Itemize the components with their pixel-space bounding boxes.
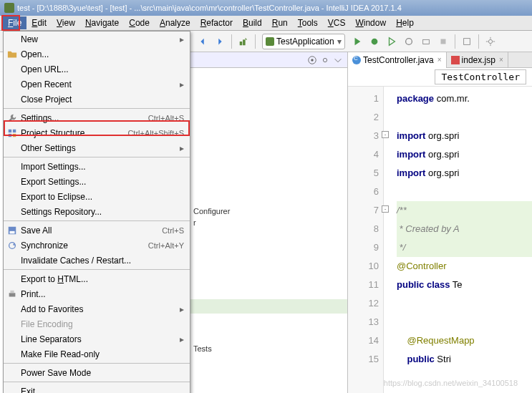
menu-item-synchronize[interactable]: SynchronizeCtrl+Alt+Y (4, 238, 190, 253)
run-configuration-selector[interactable]: TestApplication ▾ (262, 34, 345, 49)
menu-help[interactable]: Help (391, 16, 419, 29)
jsp-file-icon (451, 56, 460, 64)
svg-rect-4 (422, 39, 429, 44)
structure-pane[interactable]: Configurer r Tests (190, 52, 348, 393)
gutter: 123-4567-89101112131415 (348, 87, 384, 393)
editor-tab-TestController-java[interactable]: TestController.java× (348, 52, 447, 68)
svg-rect-0 (240, 42, 243, 45)
menu-item-open-recent[interactable]: Open Recent▸ (4, 77, 190, 92)
menu-refactor[interactable]: Refactor (195, 16, 238, 29)
menu-view[interactable]: View (52, 16, 80, 29)
menu-run[interactable]: Run (267, 16, 293, 29)
menu-window[interactable]: Window (350, 16, 391, 29)
save-icon (6, 225, 18, 236)
menu-navigate[interactable]: Navigate (80, 16, 124, 29)
menu-item-new[interactable]: New▸ (4, 31, 190, 47)
coverage-button[interactable] (384, 34, 400, 49)
menu-item-other-settings[interactable]: Other Settings▸ (4, 140, 190, 155)
svg-rect-8 (9, 129, 11, 132)
structure-icon (6, 127, 18, 139)
menu-item-import-settings[interactable]: Import Settings... (4, 159, 190, 174)
menu-build[interactable]: Build (238, 16, 267, 29)
expand-icon[interactable] (333, 55, 343, 65)
menu-item-project-structure[interactable]: Project Structure...Ctrl+Alt+Shift+S (4, 125, 190, 140)
svg-rect-10 (9, 133, 11, 136)
menu-item-power-save-mode[interactable]: Power Save Mode (4, 365, 190, 380)
file-menu-dropdown: New▸Open...Open URL...Open Recent▸Close … (3, 31, 190, 393)
sync-icon (6, 240, 18, 251)
structure-label-configurer: Configurer (193, 207, 230, 215)
svg-point-17 (311, 59, 314, 62)
run-button[interactable] (349, 34, 365, 49)
folder-icon (6, 49, 18, 60)
editor-tab-index-jsp[interactable]: index.jsp× (447, 52, 508, 68)
code-editor[interactable]: 123-4567-89101112131415 package com.mr.i… (348, 87, 532, 393)
debug-button[interactable] (367, 34, 382, 49)
title-bar: test - [D:\1888\3yue\test] - [test] - ..… (0, 0, 532, 16)
svg-point-2 (371, 38, 377, 44)
svg-rect-5 (440, 39, 445, 44)
window-title: test - [D:\1888\3yue\test] - [test] - ..… (17, 4, 402, 12)
gear-icon[interactable] (320, 55, 330, 65)
menu-edit[interactable]: Edit (26, 16, 52, 29)
vcs-button[interactable] (459, 34, 475, 49)
stop-button[interactable] (435, 34, 451, 49)
java-file-icon (352, 56, 361, 64)
app-icon (4, 3, 14, 13)
menu-item-open-url[interactable]: Open URL... (4, 62, 190, 77)
menu-analyze[interactable]: Analyze (155, 16, 195, 29)
svg-rect-13 (10, 231, 15, 233)
breadcrumb-class[interactable]: TestController (435, 69, 526, 84)
close-icon[interactable]: × (437, 56, 442, 64)
svg-rect-6 (463, 38, 470, 44)
editor-pane: TestController.java×index.jsp× TestContr… (348, 52, 532, 393)
build-button[interactable] (236, 34, 251, 49)
menu-bar: FileEditViewNavigateCodeAnalyzeRefactorB… (0, 16, 532, 31)
menu-item-export-to-eclipse[interactable]: Export to Eclipse... (4, 189, 190, 204)
menu-file[interactable]: File (3, 16, 26, 29)
wrench-icon (6, 112, 18, 124)
menu-item-save-all[interactable]: Save AllCtrl+S (4, 223, 190, 238)
svg-rect-11 (13, 133, 16, 136)
menu-item-file-encoding: File Encoding (4, 316, 190, 331)
breadcrumb-bar: TestController (348, 68, 532, 87)
svg-rect-1 (243, 39, 246, 45)
svg-point-18 (323, 58, 327, 62)
menu-item-print[interactable]: Print... (4, 286, 190, 301)
target-icon[interactable] (307, 55, 317, 65)
attach-button[interactable] (418, 34, 434, 49)
close-icon[interactable]: × (499, 56, 503, 64)
structure-label-r: r (193, 218, 196, 227)
svg-point-7 (488, 39, 492, 43)
menu-item-exit[interactable]: Exit (4, 384, 190, 393)
menu-item-close-project[interactable]: Close Project (4, 92, 190, 107)
svg-rect-15 (10, 290, 14, 293)
settings-button[interactable] (483, 34, 498, 49)
svg-point-3 (405, 38, 412, 44)
print-icon (6, 288, 18, 300)
menu-code[interactable]: Code (124, 16, 155, 29)
svg-rect-14 (9, 293, 16, 296)
menu-item-open[interactable]: Open... (4, 47, 190, 62)
menu-item-line-separators[interactable]: Line Separators▸ (4, 331, 190, 346)
menu-vcs[interactable]: VCS (323, 16, 351, 29)
menu-item-export-to-html[interactable]: Export to HTML... (4, 271, 190, 286)
menu-tools[interactable]: Tools (293, 16, 323, 29)
structure-label-tests: Tests (193, 344, 212, 353)
menu-item-export-settings[interactable]: Export Settings... (4, 174, 190, 189)
menu-item-add-to-favorites[interactable]: Add to Favorites▸ (4, 301, 190, 316)
code-content[interactable]: package com.mr.import org.spriimport org… (384, 87, 532, 393)
menu-item-settings-repository[interactable]: Settings Repository... (4, 204, 190, 219)
menu-item-settings[interactable]: Settings...Ctrl+Alt+S (4, 110, 190, 125)
menu-item-make-file-read-only[interactable]: Make File Read-only (4, 346, 190, 362)
profile-button[interactable] (401, 34, 417, 49)
menu-item-invalidate-caches-restart[interactable]: Invalidate Caches / Restart... (4, 253, 190, 268)
svg-rect-9 (13, 129, 16, 132)
back-button[interactable] (195, 34, 211, 49)
editor-tab-bar: TestController.java×index.jsp× (348, 52, 532, 68)
spring-icon (266, 37, 274, 46)
forward-button[interactable] (212, 34, 228, 49)
run-config-label: TestApplication (276, 37, 334, 47)
